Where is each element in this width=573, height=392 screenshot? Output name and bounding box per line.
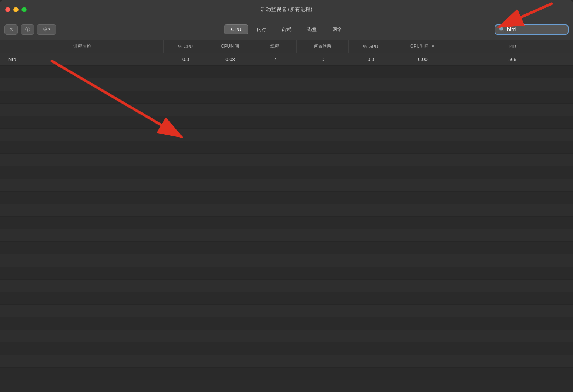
window-title: 活动监视器 (所有进程) [261,6,312,13]
col-header-cpu-time[interactable]: CPU时间 [208,40,252,53]
tab-cpu[interactable]: CPU [224,24,248,34]
cell-cpu-time: 0.08 [208,53,252,65]
search-input[interactable] [507,27,559,33]
table-row [0,154,573,166]
gear-icon: ⚙ [43,26,47,33]
search-box[interactable]: 🔍 [495,24,569,35]
table-row [0,104,573,116]
col-header-threads[interactable]: 线程 [252,40,297,53]
table-row [0,292,573,305]
table-row [0,116,573,129]
maximize-button[interactable] [21,7,27,12]
cell-cpu-pct: 0.0 [164,53,208,65]
table-row [0,66,573,78]
toolbar: ✕ ⓘ ⚙ ▼ CPU 内存 能耗 磁盘 网 [0,19,573,40]
tab-energy[interactable]: 能耗 [275,24,299,35]
col-header-gpu-pct[interactable]: % GPU [349,40,393,53]
table-row [0,217,573,229]
info-icon: ⓘ [25,26,30,33]
tab-memory[interactable]: 内存 [250,24,274,35]
table-row [0,192,573,204]
table-row [0,129,573,141]
titlebar: 活动监视器 (所有进程) [0,0,573,19]
cell-pid: 566 [452,53,572,65]
table-row [0,204,573,217]
minimize-button[interactable] [13,7,19,12]
close-button[interactable] [5,7,10,12]
table-row [0,91,573,104]
table-body: bird 0.0 0.08 2 0 0.0 0.00 566 [0,53,573,392]
tab-bar: CPU 内存 能耗 磁盘 网络 [224,24,349,35]
table-row[interactable]: bird 0.0 0.08 2 0 0.0 0.00 566 [0,53,573,66]
cell-idle-wake: 0 [297,53,349,65]
table-row [0,355,573,368]
cell-gpu-pct: 0.0 [349,53,393,65]
table-row [0,317,573,330]
table-row [0,342,573,355]
close-process-button[interactable]: ✕ [4,24,18,35]
col-header-process-name[interactable]: 进程名称 [1,40,164,53]
info-button[interactable]: ⓘ [21,24,34,35]
table-row [0,166,573,179]
table-row [0,179,573,192]
table-row [0,229,573,242]
table-row [0,368,573,380]
chevron-down-icon: ▼ [48,28,51,31]
traffic-lights [5,7,27,12]
cell-gpu-time: 0.00 [393,53,452,65]
tab-network[interactable]: 网络 [325,24,349,35]
col-header-idle-wake[interactable]: 闲置唤醒 [297,40,349,53]
table-row [0,305,573,317]
gear-menu-button[interactable]: ⚙ ▼ [37,24,56,35]
tab-disk[interactable]: 磁盘 [300,24,324,35]
col-header-gpu-time[interactable]: GPU时间 ▼ [393,40,452,53]
cell-process-name: bird [1,53,164,65]
activity-monitor-window: 活动监视器 (所有进程) ✕ ⓘ ⚙ ▼ CPU 内存 能耗 [0,0,573,392]
toolbar-left-controls: ✕ ⓘ ⚙ ▼ [4,24,56,35]
table-row [0,254,573,267]
column-headers: 进程名称 % CPU CPU时间 线程 闲置唤醒 % GPU GPU时间 ▼ P… [0,40,573,53]
search-icon: 🔍 [499,27,505,32]
col-header-cpu-pct[interactable]: % CPU [164,40,208,53]
table-row [0,141,573,154]
table-row [0,267,573,280]
table-row [0,280,573,292]
table-row [0,242,573,254]
table-row [0,330,573,342]
sort-arrow-icon: ▼ [431,44,435,48]
cell-threads: 2 [252,53,297,65]
col-header-pid[interactable]: PID [452,40,572,53]
table-row [0,78,573,91]
close-process-icon: ✕ [9,27,13,32]
